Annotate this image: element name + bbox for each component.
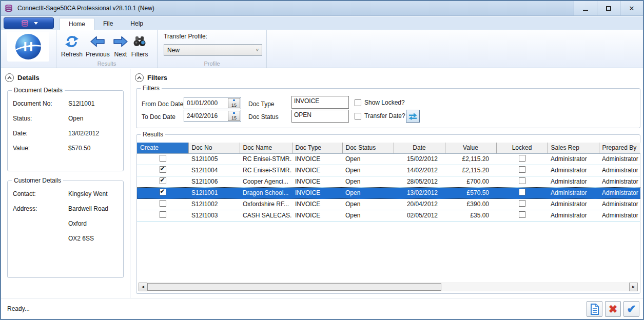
- from-doc-date-field[interactable]: 01/01/2000 15: [184, 97, 241, 109]
- table-row[interactable]: S12I1006Cooper Agenci...INVOICEOpen28/05…: [137, 176, 640, 187]
- ribbon-tab-row: Home File Help: [1, 16, 643, 30]
- table-cell: INVOICE: [292, 198, 342, 210]
- locked-checkbox[interactable]: [519, 189, 525, 195]
- create-checkbox[interactable]: [160, 155, 166, 162]
- close-button[interactable]: ✕: [620, 1, 643, 15]
- table-cell: [496, 165, 548, 176]
- minimize-icon: [583, 10, 588, 11]
- scrollbar-track[interactable]: [147, 283, 629, 291]
- tab-help[interactable]: Help: [122, 18, 152, 30]
- transfer-profile-dropdown[interactable]: New ˅: [164, 44, 262, 56]
- table-cell: 28/05/2012: [394, 176, 445, 187]
- view-log-button[interactable]: [587, 301, 602, 317]
- title-bar: ConnectIt-Sage50CA Professional v28.10.1…: [1, 1, 643, 16]
- results-header-row: CreateDoc NoDoc NameDoc TypeDoc StatusDa…: [137, 143, 640, 153]
- column-header-doc-status[interactable]: Doc Status: [342, 143, 394, 153]
- table-row[interactable]: S12I1001Dragon School...INVOICEOpen13/02…: [137, 187, 640, 198]
- create-checkbox[interactable]: [160, 166, 166, 173]
- column-header-create[interactable]: Create: [137, 143, 188, 153]
- chevron-up-icon: [137, 76, 142, 79]
- calendar-icon[interactable]: 15: [228, 111, 240, 121]
- window-title: ConnectIt-Sage50CA Professional v28.10.1…: [17, 5, 154, 12]
- horizontal-scrollbar[interactable]: ◄ ►: [139, 283, 638, 291]
- refresh-icon: [65, 33, 79, 50]
- scrollbar-thumb[interactable]: [147, 283, 441, 291]
- from-doc-date-value: 01/01/2000: [184, 99, 228, 107]
- table-cell: Administrator: [599, 176, 640, 187]
- table-cell: Open: [342, 187, 394, 198]
- transfer-profile-value: New: [167, 47, 180, 54]
- create-checkbox[interactable]: [160, 211, 166, 218]
- tab-file[interactable]: File: [94, 18, 122, 30]
- maximize-button[interactable]: [597, 1, 620, 15]
- to-doc-date-field[interactable]: 24/02/2016 15: [184, 110, 241, 122]
- ribbon-group-profile: Transfer Profile: New ˅ Profile: [158, 30, 267, 68]
- field-value: OX2 6SS: [68, 235, 120, 242]
- ribbon-group-results: Refresh Previous N: [56, 30, 158, 68]
- column-header-doc-type[interactable]: Doc Type: [292, 143, 342, 153]
- window-controls: ✕: [574, 1, 643, 15]
- table-row[interactable]: S12I1002Oxfordshire RF...INVOICEOpen20/0…: [137, 198, 640, 210]
- scroll-right-button[interactable]: ►: [629, 283, 638, 291]
- column-header-sales-rep[interactable]: Sales Rep: [548, 143, 599, 153]
- field-value: $570.50: [68, 145, 120, 152]
- column-header-locked[interactable]: Locked: [496, 143, 548, 153]
- show-locked-checkbox[interactable]: [355, 99, 361, 106]
- minimize-button[interactable]: [574, 1, 597, 15]
- filters-ribbon-label: Next: [114, 51, 127, 58]
- column-header-date[interactable]: Date: [394, 143, 445, 153]
- refresh-button[interactable]: Refresh: [60, 32, 84, 58]
- profile-group-label: Profile: [158, 61, 266, 67]
- table-row[interactable]: S12I1005RC Enisei-STMR...INVOICEOpen15/0…: [137, 153, 640, 165]
- results-table: CreateDoc NoDoc NameDoc TypeDoc StatusDa…: [137, 143, 640, 222]
- details-collapse-button[interactable]: [5, 73, 14, 82]
- filters-collapse-button[interactable]: [135, 73, 144, 82]
- create-checkbox[interactable]: [160, 177, 166, 184]
- calendar-icon[interactable]: 15: [228, 98, 240, 108]
- cancel-x-icon: ✖: [609, 304, 618, 314]
- locked-checkbox[interactable]: [519, 177, 525, 184]
- customer-details-groupbox: Customer Details Contact: Kingsley Went …: [7, 181, 124, 278]
- to-doc-date-value: 24/02/2016: [184, 112, 228, 119]
- confirm-button[interactable]: ✔: [623, 301, 639, 317]
- table-cell: INVOICE: [292, 187, 342, 198]
- filters-group-title: Filters: [141, 85, 162, 92]
- cancel-button[interactable]: ✖: [605, 301, 621, 317]
- column-header-value[interactable]: Value: [445, 143, 496, 153]
- doc-status-label: Doc Status: [248, 113, 279, 121]
- scroll-left-button[interactable]: ◄: [139, 283, 147, 291]
- doc-type-input[interactable]: INVOICE: [291, 96, 349, 109]
- locked-checkbox[interactable]: [519, 155, 525, 162]
- to-doc-date-label: To Doc Date: [142, 113, 175, 121]
- application-menu-button[interactable]: [4, 17, 54, 29]
- doc-status-input[interactable]: OPEN: [291, 110, 349, 123]
- locked-checkbox[interactable]: [519, 211, 525, 218]
- column-header-doc-no[interactable]: Doc No: [188, 143, 240, 153]
- table-row[interactable]: S12I1004RC Enisei-STMR...INVOICEOpen14/0…: [137, 165, 640, 176]
- next-button[interactable]: Next: [111, 32, 130, 58]
- table-cell: Administrator: [599, 210, 640, 221]
- app-logo-button[interactable]: H: [7, 32, 49, 62]
- status-bar: Ready... ✖ ✔: [1, 298, 643, 319]
- column-header-prepared-by[interactable]: Prepared By: [599, 143, 640, 153]
- table-cell: [496, 176, 548, 187]
- table-cell: Administrator: [548, 153, 599, 165]
- tab-home[interactable]: Home: [60, 18, 94, 30]
- table-cell: Open: [342, 153, 394, 165]
- show-locked-checkbox-row: Show Locked?: [355, 99, 405, 106]
- create-checkbox[interactable]: [160, 200, 166, 207]
- previous-button[interactable]: Previous: [84, 32, 111, 58]
- table-cell: Administrator: [599, 153, 640, 165]
- table-cell: [496, 187, 548, 198]
- filters-button[interactable]: Filters: [130, 32, 150, 58]
- column-header-doc-name[interactable]: Doc Name: [240, 143, 292, 153]
- table-cell: Administrator: [599, 187, 640, 198]
- transfer-date-sync-button[interactable]: [406, 110, 420, 123]
- locked-checkbox[interactable]: [519, 166, 525, 173]
- table-cell: [137, 198, 188, 210]
- transfer-date-checkbox[interactable]: [355, 113, 361, 119]
- locked-checkbox[interactable]: [519, 200, 525, 207]
- create-checkbox[interactable]: [160, 189, 166, 195]
- table-row[interactable]: S12I1003CASH SALECAS...INVOICEOpen02/05/…: [137, 210, 640, 221]
- table-cell: 14/02/2012: [394, 165, 445, 176]
